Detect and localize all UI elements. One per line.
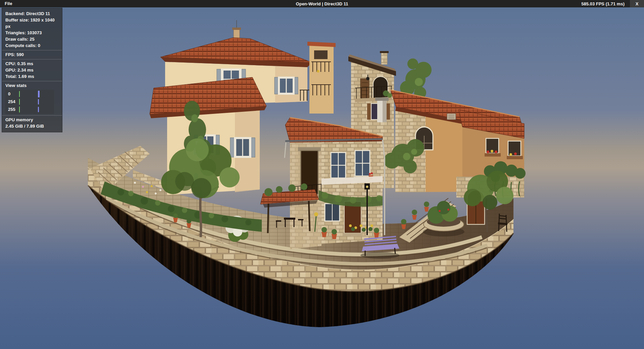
stat-draw-calls: Draw calls: 25 xyxy=(5,36,59,42)
window-title: Open-World | Direct3D 11 xyxy=(0,1,644,6)
stat-fps: FPS: 590 xyxy=(5,51,59,58)
viewport-3d[interactable] xyxy=(0,7,644,349)
stat-gpu: GPU: 2.34 ms xyxy=(5,67,59,73)
gpu-memory-value: 2.45 GiB / 7.89 GiB xyxy=(5,123,59,129)
file-menu[interactable]: File xyxy=(0,0,17,7)
close-button[interactable]: X xyxy=(630,0,644,7)
view-stats-box: 0254255 xyxy=(5,90,54,114)
separator xyxy=(2,50,62,50)
stat-total: Total: 1.69 ms xyxy=(5,73,59,80)
view-stats-purple-bar xyxy=(38,91,40,97)
fps-counter: 585.03 FPS (1.71 ms) xyxy=(581,1,630,6)
separator xyxy=(2,115,62,116)
titlebar: File Open-World | Direct3D 11 585.03 FPS… xyxy=(0,0,644,7)
view-stats-row-label: 254 xyxy=(5,99,15,104)
stat-compute-calls: Compute calls: 0 xyxy=(5,42,59,49)
separator xyxy=(2,81,62,81)
view-stats-row: 0 xyxy=(5,90,54,98)
building-narrow-tan xyxy=(307,42,336,114)
view-stats-green-bar xyxy=(19,106,20,113)
gpu-memory-label: GPU memory xyxy=(5,117,59,123)
stat-buffer-size: Buffer size: 1920 x 1040 px xyxy=(5,17,59,30)
stat-backend: Backend: Direct3D 11 xyxy=(5,10,59,17)
view-stats-green-bar xyxy=(19,99,20,105)
stat-triangles: Triangles: 103073 xyxy=(5,30,59,36)
view-stats-purple-bar xyxy=(38,107,39,112)
scene-render xyxy=(0,7,644,349)
separator xyxy=(2,59,62,59)
stats-panel: Backend: Direct3D 11 Buffer size: 1920 x… xyxy=(2,8,62,132)
view-stats-row-label: 0 xyxy=(5,91,10,96)
view-stats-purple-bar xyxy=(38,99,39,104)
view-stats-green-bar xyxy=(19,91,20,97)
view-stats-row: 255 xyxy=(5,106,54,113)
view-stats-row: 254 xyxy=(5,98,54,105)
view-stats-row-label: 255 xyxy=(5,107,15,112)
view-stats-label: View stats xyxy=(5,82,59,89)
stat-cpu: CPU: 0.35 ms xyxy=(5,60,59,67)
